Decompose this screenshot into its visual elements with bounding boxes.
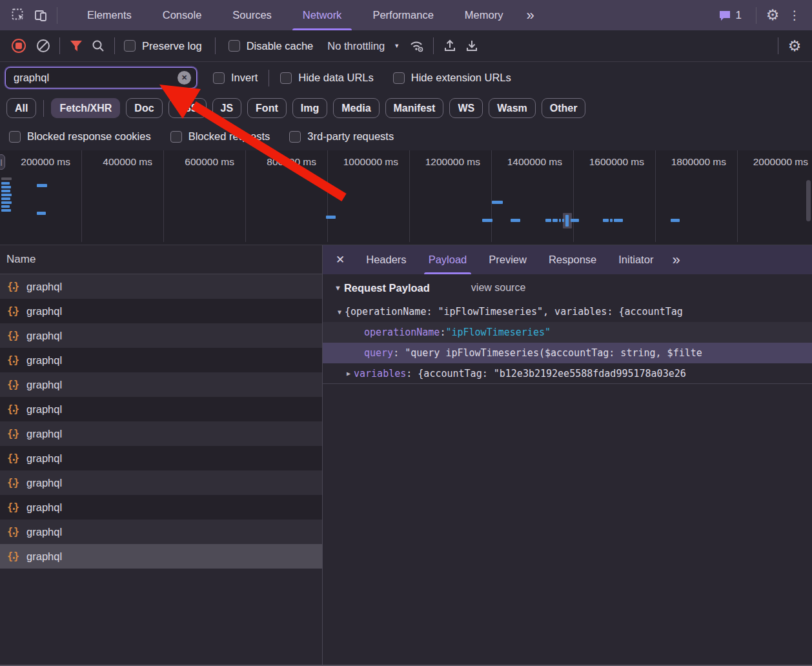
xhr-json-icon: {} bbox=[7, 354, 20, 366]
chip-fetch-xhr[interactable]: Fetch/XHR bbox=[51, 98, 120, 118]
network-settings-gear-icon[interactable]: ⚙ bbox=[784, 35, 806, 57]
toolbar-divider bbox=[778, 37, 778, 54]
tab-console[interactable]: Console bbox=[147, 0, 218, 30]
waterfall-bar bbox=[37, 212, 46, 215]
xhr-json-icon: {} bbox=[7, 428, 20, 439]
details-tab-preview[interactable]: Preview bbox=[478, 245, 538, 274]
xhr-json-icon: {} bbox=[7, 477, 20, 489]
timeline-scrollbar[interactable] bbox=[806, 180, 811, 221]
search-icon[interactable] bbox=[87, 35, 109, 57]
disable-cache-checkbox[interactable] bbox=[228, 40, 240, 52]
tab-elements[interactable]: Elements bbox=[72, 0, 147, 30]
waterfall-bar bbox=[326, 216, 336, 219]
import-har-icon[interactable] bbox=[439, 35, 461, 57]
request-row[interactable]: {}graphql bbox=[0, 299, 322, 323]
details-tab-headers[interactable]: Headers bbox=[355, 245, 417, 274]
waterfall-bar bbox=[603, 219, 609, 222]
details-tab-response[interactable]: Response bbox=[538, 245, 607, 274]
payload-tree-row[interactable]: query: "query ipFlowTimeseries($accountT… bbox=[323, 343, 812, 363]
details-tab-payload[interactable]: Payload bbox=[418, 245, 478, 274]
chip-font[interactable]: Font bbox=[247, 98, 287, 118]
request-row[interactable]: {}graphql bbox=[0, 323, 322, 348]
blocked-requests-checkbox[interactable] bbox=[170, 131, 182, 143]
filter-icon[interactable] bbox=[65, 35, 87, 57]
expand-triangle-icon[interactable]: ▼ bbox=[334, 308, 345, 316]
tab-memory[interactable]: Memory bbox=[449, 0, 519, 30]
network-conditions-icon[interactable] bbox=[406, 35, 428, 57]
timeline-grip-handle[interactable]: | bbox=[0, 154, 5, 170]
preserve-log-checkbox[interactable] bbox=[124, 40, 136, 52]
chip-img[interactable]: Img bbox=[292, 98, 327, 118]
expand-triangle-icon[interactable]: ▶ bbox=[343, 370, 354, 377]
request-name: graphql bbox=[26, 501, 62, 514]
hide-extension-urls-checkbox[interactable] bbox=[393, 72, 405, 84]
chip-media[interactable]: Media bbox=[333, 98, 379, 118]
more-details-tabs-icon[interactable]: » bbox=[664, 245, 687, 274]
request-name: graphql bbox=[26, 477, 62, 489]
filter-bar: ✕ Invert Hide data URLs Hide extension U… bbox=[0, 62, 812, 94]
throttling-value: No throttling bbox=[327, 40, 385, 52]
timeline-tick-label: 1400000 ms bbox=[507, 156, 562, 168]
console-messages-indicator[interactable]: 1 bbox=[718, 9, 742, 22]
chip-css[interactable]: CSS bbox=[168, 98, 207, 118]
filter-text-input[interactable] bbox=[14, 72, 178, 84]
request-name: graphql bbox=[26, 526, 62, 538]
settings-gear-icon[interactable]: ⚙ bbox=[762, 5, 784, 26]
more-tabs-icon[interactable]: » bbox=[518, 0, 542, 30]
filter-input-box[interactable]: ✕ bbox=[5, 67, 197, 88]
tab-network[interactable]: Network bbox=[287, 0, 358, 30]
request-row[interactable]: {}graphql bbox=[0, 495, 322, 520]
name-column-header[interactable]: Name bbox=[0, 245, 322, 274]
hide-data-urls-label: Hide data URLs bbox=[298, 72, 373, 84]
throttling-select[interactable]: No throttling ▼ bbox=[327, 40, 400, 52]
request-row[interactable]: {}graphql bbox=[0, 397, 322, 421]
chip-js[interactable]: JS bbox=[212, 98, 242, 118]
request-table: Name {}graphql{}graphql{}graphql{}graphq… bbox=[0, 245, 323, 666]
record-network-log-button[interactable] bbox=[12, 39, 26, 53]
invert-checkbox[interactable] bbox=[213, 72, 225, 84]
chip-manifest[interactable]: Manifest bbox=[385, 98, 444, 118]
inspect-element-icon[interactable] bbox=[8, 5, 30, 26]
tab-performance[interactable]: Performance bbox=[357, 0, 449, 30]
payload-tree-row[interactable]: operationName: "ipFlowTimeseries" bbox=[323, 322, 812, 343]
customize-kebab-icon[interactable]: ⋮ bbox=[784, 5, 806, 26]
waterfall-bar bbox=[559, 219, 561, 222]
clear-network-log-icon[interactable] bbox=[32, 35, 54, 57]
device-toolbar-icon[interactable] bbox=[30, 5, 52, 26]
close-details-icon[interactable]: ✕ bbox=[323, 245, 355, 274]
hide-data-urls-checkbox[interactable] bbox=[280, 72, 292, 84]
chip-divider bbox=[43, 100, 44, 117]
view-source-link[interactable]: view source bbox=[471, 282, 525, 294]
invert-label: Invert bbox=[231, 72, 258, 84]
chip-ws[interactable]: WS bbox=[449, 98, 483, 118]
payload-text-segment: operationName bbox=[364, 327, 440, 338]
details-tab-bar: ✕ HeadersPayloadPreviewResponseInitiator… bbox=[323, 245, 812, 274]
request-row[interactable]: {}graphql bbox=[0, 446, 322, 470]
xhr-json-icon: {} bbox=[7, 403, 20, 415]
request-name: graphql bbox=[26, 330, 62, 342]
export-har-icon[interactable] bbox=[461, 35, 483, 57]
request-row[interactable]: {}graphql bbox=[0, 372, 322, 397]
3rd-party-requests-checkbox[interactable] bbox=[289, 131, 301, 143]
request-name: graphql bbox=[26, 550, 62, 563]
request-row[interactable]: {}graphql bbox=[0, 470, 322, 495]
details-tab-initiator[interactable]: Initiator bbox=[607, 245, 664, 274]
network-overview-timeline[interactable]: 200000 ms400000 ms600000 ms800000 ms1000… bbox=[0, 150, 812, 245]
request-row[interactable]: {}graphql bbox=[0, 421, 322, 446]
chip-wasm[interactable]: Wasm bbox=[489, 98, 536, 118]
chip-other[interactable]: Other bbox=[542, 98, 586, 118]
payload-tree-row[interactable]: ▼{operationName: "ipFlowTimeseries", var… bbox=[323, 301, 812, 322]
request-row[interactable]: {}graphql bbox=[0, 520, 322, 544]
collapse-triangle-icon[interactable]: ▼ bbox=[334, 284, 341, 292]
payload-text-segment: : "query ipFlowTimeseries($accountTag: s… bbox=[393, 347, 702, 359]
blocked-response-cookies-checkbox[interactable] bbox=[9, 131, 21, 143]
tab-sources[interactable]: Sources bbox=[217, 0, 287, 30]
chip-doc[interactable]: Doc bbox=[126, 98, 162, 118]
request-row[interactable]: {}graphql bbox=[0, 348, 322, 372]
request-row[interactable]: {}graphql bbox=[0, 274, 322, 299]
request-name: graphql bbox=[26, 428, 62, 440]
payload-tree-row[interactable]: ▶variables: {accountTag: "b12e3b2192ee55… bbox=[323, 363, 812, 384]
clear-filter-icon[interactable]: ✕ bbox=[178, 71, 191, 85]
chip-all[interactable]: All bbox=[6, 98, 36, 118]
request-row[interactable]: {}graphql bbox=[0, 544, 322, 569]
